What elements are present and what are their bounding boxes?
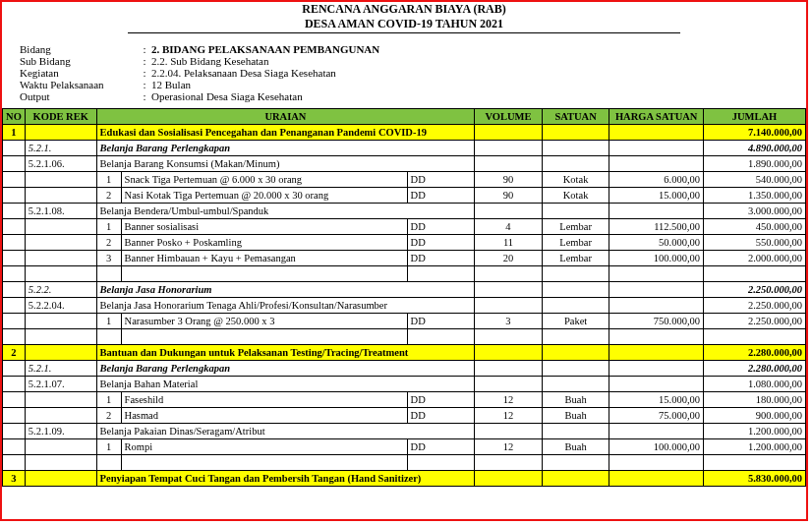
table-header-row: NO KODE REK URAIAN VOLUME SATUAN HARGA S…	[3, 109, 806, 125]
meta-output-value: Operasional Desa Siaga Kesehatan	[151, 90, 806, 102]
meta-waktu-label: Waktu Pelaksanaan	[20, 79, 138, 90]
meta-output-label: Output	[20, 90, 138, 102]
th-rek: KODE REK	[25, 109, 96, 125]
title-block: RENCANA ANGGARAN BIAYA (RAB) DESA AMAN C…	[2, 2, 806, 33]
table-row: 5.2.2.04.Belanja Jasa Honorarium Tenaga …	[3, 298, 806, 314]
table-row: 1RompiDD12Buah100.000,001.200.000,00	[3, 439, 806, 455]
th-uraian: URAIAN	[96, 109, 475, 125]
table-row: 2HasmadDD12Buah75.000,00900.000,00	[3, 408, 806, 424]
meta-subbidang-label: Sub Bidang	[20, 55, 138, 67]
table-row: 5.2.1.08.Belanja Bendera/Umbul-umbul/Spa…	[3, 204, 806, 219]
table-row: 5.2.1.06.Belanja Barang Konsumsi (Makan/…	[3, 156, 806, 172]
table-row: 2Bantuan dan Dukungan untuk Pelaksanan T…	[3, 345, 806, 361]
meta-waktu-value: 12 Bulan	[151, 79, 806, 90]
th-harga: HARGA SATUAN	[609, 109, 704, 125]
document-frame: RENCANA ANGGARAN BIAYA (RAB) DESA AMAN C…	[0, 0, 808, 521]
table-row	[3, 329, 806, 345]
table-row: 5.2.1.07.Belanja Bahan Material1.080.000…	[3, 377, 806, 392]
table-row	[3, 266, 806, 282]
title-line-2: DESA AMAN COVID-19 TAHUN 2021	[128, 17, 680, 33]
th-volume: VOLUME	[475, 109, 543, 125]
table-row: 5.2.1.Belanja Barang Perlengkapan4.890.0…	[3, 141, 806, 156]
title-line-1: RENCANA ANGGARAN BIAYA (RAB)	[2, 2, 806, 17]
table-row: 1Banner sosialisasiDD4Lembar112.500,0045…	[3, 219, 806, 235]
meta-block: Bidang : 2. BIDANG PELAKSANAAN PEMBANGUN…	[20, 43, 806, 102]
th-satuan: SATUAN	[542, 109, 609, 125]
meta-kegiatan-label: Kegiatan	[20, 67, 138, 79]
budget-table: NO KODE REK URAIAN VOLUME SATUAN HARGA S…	[2, 108, 806, 487]
table-row: 5.2.2.Belanja Jasa Honorarium2.250.000,0…	[3, 282, 806, 298]
meta-bidang-label: Bidang	[20, 43, 138, 55]
table-row	[3, 455, 806, 471]
table-row: 3Penyiapan Tempat Cuci Tangan dan Pember…	[3, 471, 806, 487]
table-row: 3Banner Himbauan + Kayu + PemasanganDD20…	[3, 251, 806, 266]
th-jumlah: JUMLAH	[704, 109, 806, 125]
table-row: 2Nasi Kotak Tiga Pertemuan @ 20.000 x 30…	[3, 188, 806, 204]
meta-kegiatan-value: 2.2.04. Pelaksanaan Desa Siaga Kesehatan	[151, 67, 806, 79]
table-row: 1FaseshildDD12Buah15.000,00180.000,00	[3, 392, 806, 408]
table-row: 1Snack Tiga Pertemuan @ 6.000 x 30 orang…	[3, 172, 806, 188]
table-row: 5.2.1.Belanja Barang Perlengkapan2.280.0…	[3, 361, 806, 377]
meta-subbidang-value: 2.2. Sub Bidang Kesehatan	[151, 55, 806, 67]
th-no: NO	[3, 109, 26, 125]
table-row: 1Edukasi dan Sosialisasi Pencegahan dan …	[3, 125, 806, 141]
table-row: 1Narasumber 3 Orang @ 250.000 x 3DD3Pake…	[3, 314, 806, 329]
meta-bidang-value: 2. BIDANG PELAKSANAAN PEMBANGUNAN	[151, 43, 806, 55]
table-row: 2Banner Posko + PoskamlingDD11Lembar50.0…	[3, 235, 806, 251]
table-row: 5.2.1.09.Belanja Pakaian Dinas/Seragam/A…	[3, 424, 806, 439]
